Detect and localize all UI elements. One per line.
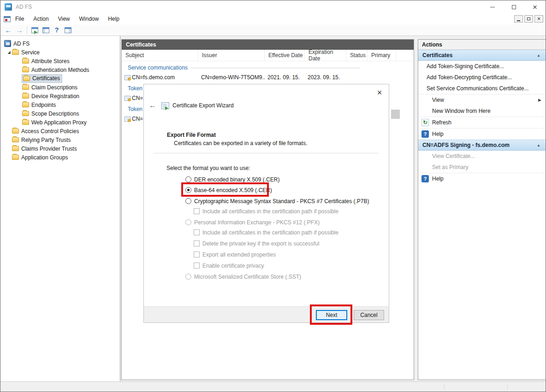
actions-pane: Actions Certificates Add Token-Signing C… [418,39,546,380]
action-view[interactable]: View [418,94,546,105]
menu-action[interactable]: Action [29,13,53,24]
forward-button[interactable] [14,25,25,35]
tree-item-endpoints[interactable]: Endpoints [0,100,120,109]
show-action-pane-icon [65,27,71,33]
close-button[interactable] [524,0,546,13]
action-label: Add Token-Decrypting Certificate... [427,74,512,81]
tree-item-label: Web Application Proxy [31,119,87,126]
mdi-window-controls [514,15,543,23]
actions-section-certificate-header[interactable]: CN=ADFS Signing - fs.demo.com [418,140,546,151]
radio-option-pkcs7[interactable]: Cryptographic Message Syntax Standard - … [185,197,369,205]
maximize-button[interactable] [503,0,524,13]
radio-option-base64[interactable]: Base-64 encoded X.509 (.CER) [185,186,272,194]
scrollbar-thumb[interactable] [391,110,400,119]
option-label: DER encoded binary X.509 (.CER) [194,176,279,183]
show-console-tree-button[interactable] [40,25,51,35]
action-label: Set Service Communications Certificate..… [427,85,528,92]
tree-item-label: Scope Descriptions [31,111,79,117]
folder-icon [22,85,29,90]
tree-item-relying-party-trusts[interactable]: Relying Party Trusts [0,135,120,144]
toolbar-separator [27,26,27,34]
checkbox-include-chain-pfx: Include all certificates in the certific… [194,228,338,236]
collapse-icon[interactable] [537,143,540,147]
wizard-page-heading: Export File Format [167,132,216,138]
radio-icon [185,219,191,225]
adfs-app-icon [5,3,12,11]
option-label: Base-64 encoded X.509 (.CER) [194,187,272,193]
wizard-footer: Next Cancel [144,306,389,322]
dialog-close-button[interactable] [374,88,385,97]
export-list-button[interactable] [29,25,40,35]
menu-bar: File Action View Window Help [0,13,546,24]
tree-item-adfs-root[interactable]: AD FS [0,39,120,48]
radio-icon [185,198,191,204]
radio-option-der[interactable]: DER encoded binary X.509 (.CER) [185,176,279,183]
action-label: Add Token-Signing Certificate... [427,63,504,70]
action-refresh[interactable]: Refresh [418,117,546,128]
tree-item-device-registration[interactable]: Device Registration [0,92,120,100]
tree-item-attribute-stores[interactable]: Attribute Stores [0,57,120,65]
tree-item-label: Attribute Stores [31,58,70,64]
tree-item-certificates[interactable]: Certificates [0,74,120,83]
wizard-divider [153,153,379,153]
maximize-icon [512,5,516,9]
title-bar: AD FS [0,0,546,13]
action-help-certificate[interactable]: Help [418,173,546,184]
column-subject[interactable]: Subject [122,50,198,61]
mdi-minimize-button[interactable] [514,15,523,23]
action-add-token-decrypting-certificate[interactable]: Add Token-Decrypting Certificate... [418,72,546,83]
checkbox-icon [194,208,200,214]
action-label: New Window from Here [432,108,491,114]
action-help[interactable]: Help [418,129,546,140]
column-primary[interactable]: Primary [368,50,396,61]
folder-icon [22,102,29,107]
checkbox-export-extended-properties: Export all extended properties [194,251,276,258]
expand-collapse-icon[interactable] [6,50,12,54]
menu-file[interactable]: File [11,13,29,24]
menu-window[interactable]: Window [75,13,104,24]
tree-item-service[interactable]: Service [0,48,120,57]
actions-section-certificates-header[interactable]: Certificates [418,50,546,61]
tree-item-authentication-methods[interactable]: Authentication Methods [0,65,120,74]
next-button[interactable]: Next [316,310,347,320]
certificate-row[interactable]: CN=fs.demo.com CN=demo-WIN-7T5OM9... 202… [122,73,414,82]
action-set-as-primary: Set as Primary [418,162,546,173]
tree-item-claims-provider-trusts[interactable]: Claims Provider Trusts [0,144,120,153]
back-button[interactable] [3,25,14,35]
radio-icon [185,176,191,182]
selected-tree-item: Certificates [22,75,62,82]
group-label: Token [128,85,142,92]
window-controls [482,0,546,13]
tree-item-label: Certificates [32,75,60,82]
console-window-icon [4,16,11,22]
tree-item-access-control-policies[interactable]: Access Control Policies [0,127,120,135]
action-add-token-signing-certificate[interactable]: Add Token-Signing Certificate... [418,61,546,72]
menu-view[interactable]: View [53,13,75,24]
cancel-button[interactable]: Cancel [354,310,384,320]
panel-title: Certificates [122,40,414,50]
action-set-service-communications-certificate[interactable]: Set Service Communications Certificate..… [418,83,546,94]
column-issuer[interactable]: Issuer [198,50,265,61]
column-effective-date[interactable]: Effective Date [265,50,305,61]
radio-option-sst: Microsoft Serialized Certificate Store (… [185,273,301,281]
wizard-back-icon[interactable] [148,101,158,110]
option-label: Microsoft Serialized Certificate Store (… [194,274,301,280]
action-label: Set as Primary [432,164,469,170]
mdi-close-button[interactable] [534,15,543,23]
show-action-pane-button[interactable] [62,25,73,35]
certificate-icon [125,117,131,122]
minimize-button[interactable] [482,0,503,13]
help-button[interactable] [51,25,62,35]
collapse-icon[interactable] [537,53,540,58]
tree-item-application-groups[interactable]: Application Groups [0,153,120,162]
tree-item-web-application-proxy[interactable]: Web Application Proxy [0,118,120,127]
column-status[interactable]: Status [346,50,368,61]
folder-icon [12,146,19,151]
tree-item-claim-descriptions[interactable]: Claim Descriptions [0,83,120,92]
menu-help[interactable]: Help [103,13,124,24]
tree-item-scope-descriptions[interactable]: Scope Descriptions [0,109,120,118]
toolbar [0,24,546,36]
action-new-window-from-here[interactable]: New Window from Here [418,105,546,117]
mdi-restore-button[interactable] [524,15,533,23]
column-expiration-date[interactable]: Expiration Date [305,50,346,61]
